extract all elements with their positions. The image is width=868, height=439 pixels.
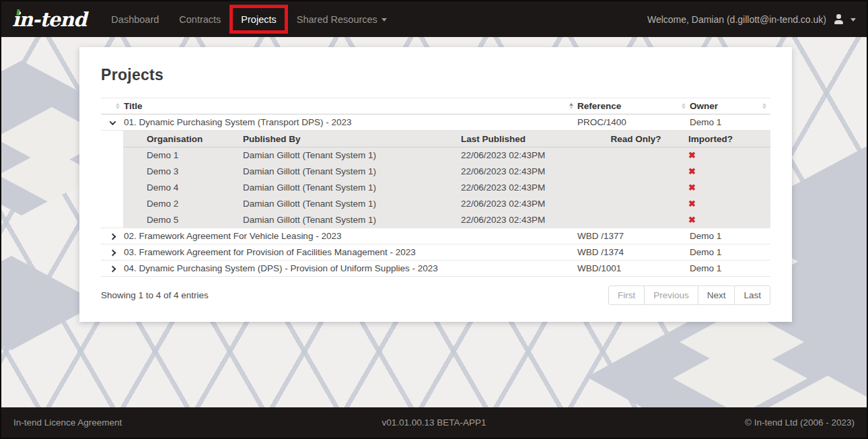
expand-row-icon[interactable] [109, 234, 116, 240]
project-owner: Demo 1 [690, 114, 770, 131]
detail-cell-last-published: 22/06/2023 02:43PM [461, 212, 595, 228]
sort-icon [762, 103, 766, 110]
organisation-row: Demo 3Damian Gillott (Tenant System 1)22… [123, 164, 770, 180]
app-footer: v01.01.00.13 BETA-APP1 In-tend Licence A… [1, 407, 867, 438]
detail-cell-organisation: Demo 4 [123, 180, 243, 196]
column-header-label: Reference [577, 101, 682, 111]
nav-item-label: Dashboard [111, 14, 159, 25]
not-imported-x-icon: ✖ [688, 150, 696, 160]
projects-panel: Projects TitleReferenceOwner 01. Dynamic… [79, 47, 792, 322]
page-button-previous[interactable]: Previous [644, 285, 698, 305]
detail-cell-read-only [595, 196, 676, 212]
user-menu-caret-icon[interactable] [851, 18, 856, 22]
projects-table: TitleReferenceOwner 01. Dynamic Purchasi… [101, 98, 770, 277]
not-imported-x-icon: ✖ [688, 215, 696, 225]
copyright-text: © In-tend Ltd (2006 - 2023) [745, 417, 855, 428]
page-title: Projects [101, 66, 770, 84]
project-title: 03. Framework Agreement for Provision of… [124, 244, 577, 261]
detail-cell-read-only [595, 147, 676, 164]
organisation-row: Demo 2Damian Gillott (Tenant System 1)22… [123, 196, 770, 212]
intend-logo[interactable]: in-tend [12, 8, 86, 31]
project-row[interactable]: 03. Framework Agreement for Provision of… [101, 244, 770, 261]
column-header-reference[interactable]: Reference [577, 98, 690, 114]
detail-cell-published-by: Damian Gillott (Tenant System 1) [243, 196, 461, 212]
detail-cell-last-published: 22/06/2023 02:43PM [461, 164, 595, 180]
nav-item-dashboard[interactable]: Dashboard [101, 1, 169, 37]
detail-cell-last-published: 22/06/2023 02:43PM [461, 147, 595, 164]
detail-cell-read-only [595, 212, 676, 228]
detail-cell-organisation: Demo 2 [123, 196, 243, 212]
dropdown-caret-icon [382, 18, 387, 22]
project-owner: Demo 1 [690, 228, 770, 244]
nav-item-contracts[interactable]: Contracts [169, 1, 231, 37]
detail-cell-organisation: Demo 1 [123, 147, 243, 164]
not-imported-x-icon: ✖ [688, 199, 696, 209]
column-header-expand[interactable] [101, 98, 124, 114]
project-row[interactable]: 02. Framework Agreement For Vehicle Leas… [101, 228, 770, 244]
project-row[interactable]: 01. Dynamic Purchasing System (Transport… [101, 114, 770, 131]
detail-cell-published-by: Damian Gillott (Tenant System 1) [243, 164, 461, 180]
detail-cell-imported-icon: ✖ [676, 196, 770, 212]
organisation-row: Demo 4Damian Gillott (Tenant System 1)22… [123, 180, 770, 196]
column-header-label: Owner [690, 101, 762, 111]
detail-cell-last-published: 22/06/2023 02:43PM [461, 196, 595, 212]
project-title: 01. Dynamic Purchasing System (Transport… [124, 114, 577, 131]
column-header-owner[interactable]: Owner [690, 98, 770, 114]
project-owner: Demo 1 [690, 244, 770, 261]
detail-cell-imported-icon: ✖ [676, 147, 770, 164]
detail-cell-organisation: Demo 3 [123, 164, 243, 180]
sort-icon [682, 103, 686, 110]
licence-agreement-link[interactable]: In-tend Licence Agreement [13, 417, 122, 428]
page-button-first[interactable]: First [608, 285, 645, 305]
detail-column-header-imported: Imported? [676, 131, 770, 147]
top-navbar: in-tend DashboardContractsProjectsShared… [1, 1, 867, 37]
page-background: Projects TitleReferenceOwner 01. Dynamic… [1, 37, 867, 407]
detail-column-header-last-published: Last Published [461, 131, 595, 147]
app-window: in-tend DashboardContractsProjectsShared… [0, 0, 868, 439]
detail-cell-published-by: Damian Gillott (Tenant System 1) [243, 180, 461, 196]
detail-column-header-organisation: Organisation [123, 131, 243, 147]
nav-item-label: Projects [241, 14, 276, 25]
project-reference: WBD /1374 [577, 244, 690, 261]
page-button-last[interactable]: Last [734, 285, 770, 305]
column-header-title[interactable]: Title [124, 98, 577, 114]
nav-menu: DashboardContractsProjectsShared Resourc… [101, 1, 396, 37]
sort-icon [116, 103, 120, 110]
nav-item-label: Shared Resources [297, 14, 377, 25]
projects-table-header-row: TitleReferenceOwner [101, 98, 770, 114]
not-imported-x-icon: ✖ [688, 166, 696, 176]
entries-summary: Showing 1 to 4 of 4 entries [101, 290, 209, 300]
pagination: FirstPreviousNextLast [608, 285, 770, 305]
project-title: 04. Dynamic Purchasing System (DPS) - Pr… [124, 261, 577, 277]
nav-item-projects[interactable]: Projects [231, 1, 286, 37]
published-organisations-table: OrganisationPublished ByLast PublishedRe… [123, 131, 770, 228]
project-title: 02. Framework Agreement For Vehicle Leas… [124, 228, 577, 244]
organisation-row: Demo 5Damian Gillott (Tenant System 1)22… [123, 212, 770, 228]
not-imported-x-icon: ✖ [688, 182, 696, 193]
user-area: Welcome, Damian (d.gillott@in-tend.co.uk… [647, 14, 856, 25]
detail-column-header-read-only: Read Only? [595, 131, 676, 147]
user-profile-icon[interactable] [833, 14, 844, 24]
project-row[interactable]: 04. Dynamic Purchasing System (DPS) - Pr… [101, 261, 770, 277]
detail-cell-read-only [595, 164, 676, 180]
detail-column-header-published-by: Published By [243, 131, 461, 147]
organisation-row: Demo 1Damian Gillott (Tenant System 1)22… [123, 147, 770, 164]
project-reference: WBD/1001 [577, 261, 690, 277]
project-detail-row: OrganisationPublished ByLast PublishedRe… [101, 131, 770, 228]
project-reference: WBD /1377 [577, 228, 690, 244]
page-button-next[interactable]: Next [698, 285, 735, 305]
collapse-row-icon[interactable] [109, 119, 116, 125]
project-owner: Demo 1 [690, 261, 770, 277]
nav-item-shared-resources[interactable]: Shared Resources [287, 1, 397, 37]
project-reference: PROC/1400 [577, 114, 690, 131]
detail-cell-last-published: 22/06/2023 02:43PM [461, 180, 595, 196]
expand-row-icon[interactable] [109, 266, 116, 273]
detail-cell-read-only [595, 180, 676, 196]
expand-row-icon[interactable] [109, 250, 116, 257]
table-footer: Showing 1 to 4 of 4 entries FirstPreviou… [101, 285, 770, 305]
logo-text: in-tend [12, 8, 86, 31]
detail-cell-imported-icon: ✖ [676, 180, 770, 196]
version-text: v01.01.00.13 BETA-APP1 [1, 417, 867, 428]
sort-icon [569, 103, 573, 110]
welcome-text: Welcome, Damian (d.gillott@in-tend.co.uk… [647, 14, 826, 25]
